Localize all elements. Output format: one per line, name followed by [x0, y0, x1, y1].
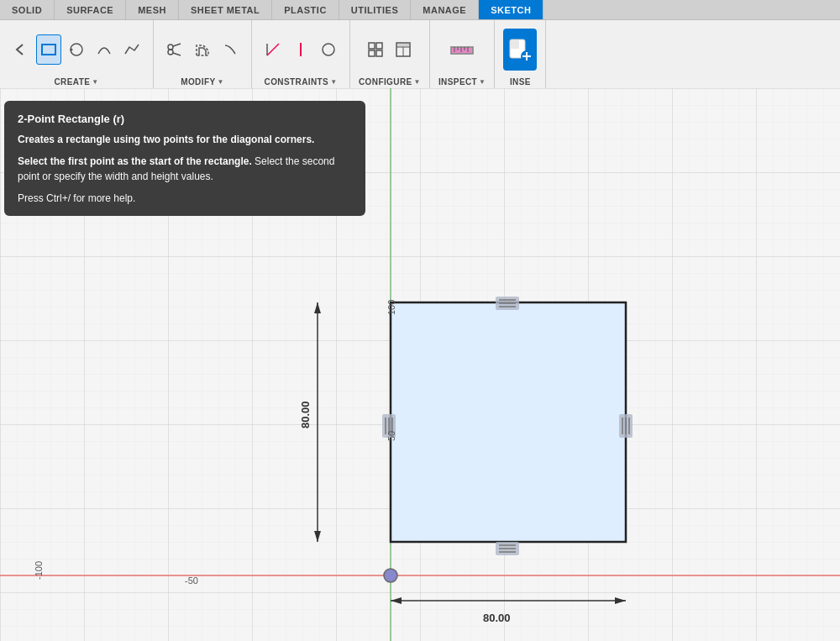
tab-sheet-metal[interactable]: SHEET METAL [179, 0, 272, 19]
svg-point-52 [384, 569, 397, 582]
vertical-constraint-icon[interactable] [288, 34, 313, 65]
group-create: CREATE ▼ [0, 20, 154, 88]
group-inspect: INSPECT ▼ [430, 20, 495, 88]
inspect-icons [449, 25, 475, 74]
modify-chevron: ▼ [217, 78, 223, 86]
configure-label[interactable]: CONFIGURE ▼ [359, 77, 421, 87]
svg-line-6 [173, 53, 181, 55]
svg-line-5 [173, 44, 181, 46]
svg-point-3 [168, 45, 173, 50]
tab-utilities[interactable]: UTILITIES [339, 0, 411, 19]
group-insert: INSE [495, 20, 546, 88]
tab-plastic[interactable]: PLASTIC [272, 0, 339, 19]
insert-plus-icon[interactable] [503, 29, 537, 71]
configure-icons [363, 25, 416, 74]
group-modify: MODIFY ▼ [154, 20, 252, 88]
tooltip-body-2: Select the first point as the start of t… [18, 154, 352, 184]
svg-text:-100: -100 [34, 561, 44, 580]
modify-icons [162, 25, 243, 74]
tab-sketch[interactable]: SKETCH [479, 0, 543, 19]
svg-rect-13 [369, 50, 375, 56]
tab-bar: SOLID SURFACE MESH SHEET METAL PLASTIC U… [0, 0, 840, 20]
toolbar-groups: CREATE ▼ [0, 20, 840, 88]
tooltip-hint: Press Ctrl+/ for more help. [18, 192, 352, 204]
svg-rect-35 [391, 302, 626, 542]
scissors-icon[interactable] [162, 34, 187, 65]
svg-text:50: 50 [386, 431, 396, 441]
tooltip-panel: 2-Point Rectangle (r) Creates a rectangl… [4, 101, 365, 216]
svg-rect-0 [42, 45, 55, 55]
constraints-icons [260, 25, 341, 74]
main-canvas-area: 80.00 80.00 100 50 -100 -50 2-Point Rect… [0, 88, 840, 641]
back-icon[interactable] [8, 34, 34, 65]
ruler-icon[interactable] [449, 34, 475, 65]
svg-rect-27 [511, 40, 519, 49]
svg-text:80.00: 80.00 [299, 401, 312, 428]
extend-icon[interactable] [218, 34, 243, 65]
svg-text:80.00: 80.00 [483, 612, 511, 624]
tooltip-line2-bold: Select the first point as the start of t… [18, 155, 252, 167]
tooltip-title: 2-Point Rectangle (r) [18, 113, 352, 125]
constraints-chevron: ▼ [330, 78, 337, 86]
configure-chevron: ▼ [414, 78, 421, 86]
inspect-label[interactable]: INSPECT ▼ [438, 77, 486, 87]
tab-manage[interactable]: MANAGE [411, 0, 479, 19]
tab-mesh[interactable]: MESH [126, 0, 179, 19]
svg-point-2 [71, 49, 73, 51]
modify-label[interactable]: MODIFY ▼ [181, 77, 224, 87]
coincident-icon[interactable] [260, 34, 286, 65]
group-configure: CONFIGURE ▼ [350, 20, 430, 88]
offset-icon[interactable] [190, 34, 215, 65]
constraints-label[interactable]: CONSTRAINTS ▼ [265, 77, 338, 87]
create-icons [8, 25, 144, 74]
insert-label: INSE [510, 77, 531, 87]
toolbar: SOLID SURFACE MESH SHEET METAL PLASTIC U… [0, 0, 840, 88]
create-label[interactable]: CREATE ▼ [54, 77, 98, 87]
svg-text:-50: -50 [185, 575, 198, 586]
tab-solid[interactable]: SOLID [0, 0, 55, 19]
insert-icons [503, 25, 537, 74]
create-chevron: ▼ [92, 78, 98, 86]
rectangle-icon[interactable] [36, 34, 61, 65]
svg-rect-11 [369, 43, 375, 49]
tab-surface[interactable]: SURFACE [55, 0, 126, 19]
inspect-chevron: ▼ [479, 78, 486, 86]
grid-icon[interactable] [363, 34, 388, 65]
tooltip-line1: Creates a rectangle using two points for… [18, 134, 314, 145]
group-constraints: CONSTRAINTS ▼ [252, 20, 350, 88]
svg-point-10 [323, 44, 334, 55]
svg-rect-14 [376, 50, 382, 56]
circle-constraint-icon[interactable] [316, 34, 341, 65]
circle-icon[interactable] [64, 34, 89, 65]
arc-icon[interactable] [92, 34, 117, 65]
tooltip-body-1: Creates a rectangle using two points for… [18, 132, 352, 147]
polyline-icon[interactable] [119, 34, 144, 65]
svg-text:100: 100 [386, 300, 396, 315]
svg-point-4 [168, 50, 173, 55]
table-icon[interactable] [391, 34, 416, 65]
svg-line-7 [267, 44, 279, 55]
svg-rect-18 [396, 43, 410, 47]
svg-rect-12 [376, 43, 382, 49]
